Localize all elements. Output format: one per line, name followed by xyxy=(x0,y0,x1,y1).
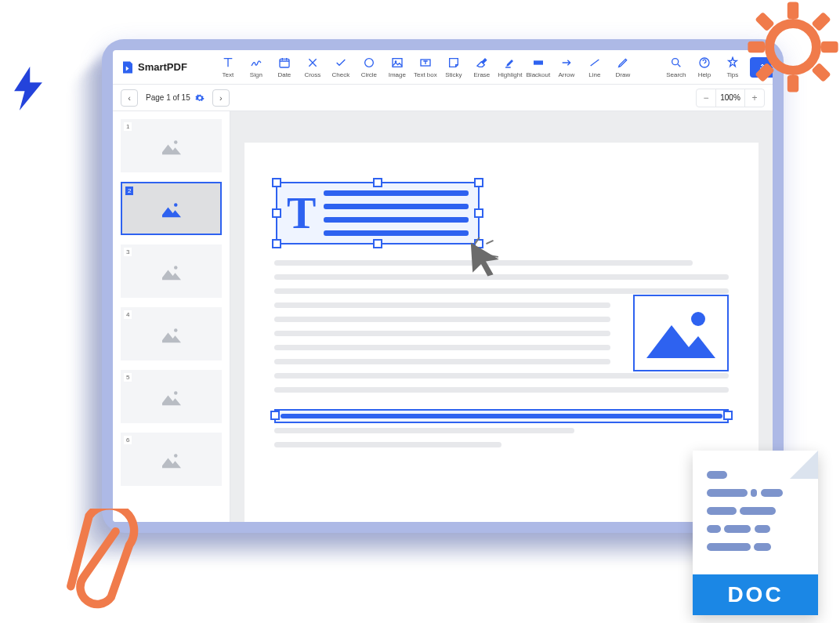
tool-sticky[interactable]: Sticky xyxy=(440,56,468,78)
tool-draw[interactable]: Draw xyxy=(609,56,637,78)
blackout-icon xyxy=(532,56,545,69)
image-icon xyxy=(160,324,183,343)
svg-point-19 xyxy=(174,328,178,332)
svg-point-14 xyxy=(672,58,679,64)
text-icon xyxy=(222,56,234,69)
thumb-number: 2 xyxy=(125,187,133,195)
tool-search[interactable]: Search xyxy=(662,56,690,78)
toolbar: SmartPDF TextSignDateCrossCheckCircleIma… xyxy=(113,50,773,85)
tool-label: Date xyxy=(277,71,291,78)
svg-point-20 xyxy=(174,391,178,395)
tool-highlight[interactable]: Highlight xyxy=(496,56,524,78)
tool-check[interactable]: Check xyxy=(327,56,355,78)
arrow-icon xyxy=(560,56,573,69)
tips-icon xyxy=(726,56,739,69)
line-icon xyxy=(588,56,601,69)
thumb-number: 1 xyxy=(124,122,132,131)
doc-file-badge: DOC xyxy=(693,451,818,615)
image-icon xyxy=(391,56,404,69)
text-tool-glyph: T xyxy=(287,196,316,231)
help-icon xyxy=(698,56,711,69)
tool-label: Image xyxy=(389,71,406,78)
svg-rect-1 xyxy=(788,75,798,92)
svg-rect-13 xyxy=(534,60,543,64)
tool-textbox[interactable]: Text box xyxy=(411,56,440,78)
image-icon xyxy=(160,387,183,406)
tool-sign[interactable]: Sign xyxy=(242,56,270,78)
thumb-number: 3 xyxy=(124,248,132,256)
image-icon xyxy=(160,450,183,469)
erase-icon xyxy=(476,56,488,69)
date-icon xyxy=(278,56,291,69)
thumb-number: 4 xyxy=(124,310,132,319)
app-logo: SmartPDF xyxy=(121,60,187,74)
tool-label: Erase xyxy=(473,71,490,78)
image-icon xyxy=(160,199,183,218)
tool-label: Search xyxy=(666,71,686,78)
thumbnail-1[interactable]: 1 xyxy=(121,119,222,172)
text-selection-box[interactable]: T xyxy=(276,182,480,244)
tool-text[interactable]: Text xyxy=(214,56,242,78)
tool-label: Draw xyxy=(616,71,631,78)
tool-label: Sticky xyxy=(445,71,462,78)
tool-label: Sign xyxy=(250,71,262,78)
image-icon xyxy=(160,136,183,155)
tool-image[interactable]: Image xyxy=(383,56,411,78)
tool-date[interactable]: Date xyxy=(270,56,299,78)
tool-circle[interactable]: Circle xyxy=(355,56,383,78)
svg-rect-3 xyxy=(821,42,838,53)
tool-label: Check xyxy=(332,71,350,78)
cursor-icon xyxy=(467,241,505,278)
thumbnail-4[interactable]: 4 xyxy=(121,307,222,360)
thumbnail-3[interactable]: 3 xyxy=(121,244,222,298)
thumbnail-sidebar: 123456 xyxy=(113,111,230,522)
zoom-value: 100% xyxy=(715,89,745,107)
svg-point-22 xyxy=(691,312,705,326)
tool-label: Arrow xyxy=(558,71,574,78)
draw-icon xyxy=(617,56,629,69)
search-icon xyxy=(670,56,682,69)
tool-label: Blackout xyxy=(527,71,551,78)
tool-arrow[interactable]: Arrow xyxy=(552,56,581,78)
thumbnail-6[interactable]: 6 xyxy=(121,433,222,486)
svg-point-18 xyxy=(174,266,178,270)
doc-label: DOC xyxy=(693,574,818,615)
tool-label: Text box xyxy=(414,71,437,78)
prev-page-button[interactable]: ‹ xyxy=(121,89,138,107)
zoom-out-button[interactable]: − xyxy=(697,89,715,107)
textbox-icon xyxy=(419,56,432,69)
svg-rect-0 xyxy=(788,2,798,19)
tool-line[interactable]: Line xyxy=(581,56,609,78)
tool-erase[interactable]: Erase xyxy=(468,56,496,78)
tool-blackout[interactable]: Blackout xyxy=(524,56,552,78)
sign-icon xyxy=(250,56,262,69)
highlight-icon xyxy=(504,56,516,69)
page-indicator: Page 1 of 15 xyxy=(146,93,205,103)
svg-point-17 xyxy=(174,203,178,207)
image-icon xyxy=(160,262,183,281)
svg-point-21 xyxy=(174,454,178,458)
app-window: SmartPDF TextSignDateCrossCheckCircleIma… xyxy=(102,39,784,533)
check-icon xyxy=(335,56,347,69)
thumbnail-2[interactable]: 2 xyxy=(121,182,222,235)
tool-tips[interactable]: Tips xyxy=(719,56,747,78)
lightning-icon xyxy=(9,67,47,110)
tool-help[interactable]: Help xyxy=(690,56,719,78)
svg-point-9 xyxy=(365,58,374,67)
tool-label: Cross xyxy=(304,71,320,78)
document-page[interactable]: T xyxy=(244,143,759,522)
tool-label: Tips xyxy=(726,71,738,78)
circle-icon xyxy=(363,56,375,69)
tool-label: Line xyxy=(588,71,600,78)
image-placeholder[interactable] xyxy=(633,295,729,371)
next-page-button[interactable]: › xyxy=(212,89,230,107)
svg-rect-2 xyxy=(748,42,765,53)
svg-point-16 xyxy=(174,140,178,144)
thumbnail-5[interactable]: 5 xyxy=(121,370,222,423)
gear-icon xyxy=(746,0,840,94)
cross-icon xyxy=(306,56,319,69)
settings-icon[interactable] xyxy=(195,93,205,103)
line-selection-box[interactable] xyxy=(274,409,729,423)
sub-toolbar: ‹ Page 1 of 15 › − 100% + xyxy=(113,85,773,111)
tool-cross[interactable]: Cross xyxy=(299,56,327,78)
